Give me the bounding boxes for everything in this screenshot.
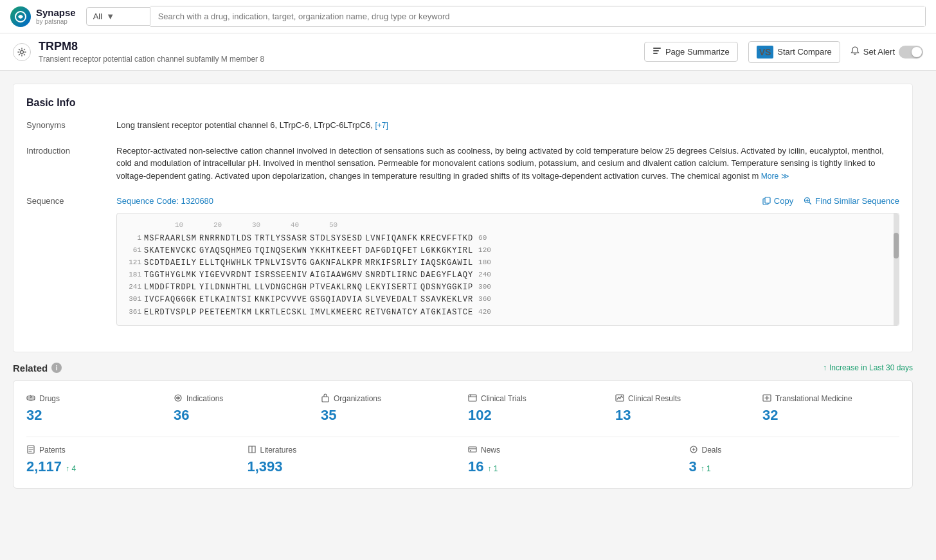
page-header: TRPM8 Transient receptor potential catio… — [0, 33, 936, 71]
patents-badge: ↑ 4 — [66, 464, 76, 473]
organizations-count[interactable]: 35 — [321, 407, 458, 424]
scroll-indicator — [894, 213, 899, 325]
translational-medicine-label: Translational Medicine — [775, 394, 852, 403]
clinical-results-icon — [615, 393, 624, 404]
clinical-results-count[interactable]: 13 — [615, 407, 752, 424]
svg-rect-16 — [469, 447, 476, 452]
drugs-count[interactable]: 32 — [26, 407, 163, 424]
svg-rect-2 — [653, 48, 661, 49]
news-count[interactable]: 16 — [468, 458, 483, 475]
deals-count[interactable]: 3 — [689, 458, 697, 475]
svg-point-10 — [177, 397, 179, 399]
set-alert-toggle[interactable] — [899, 46, 923, 59]
basic-info-title: Basic Info — [26, 97, 899, 109]
summarize-icon — [652, 46, 662, 57]
sequence-label: Sequence — [26, 195, 116, 326]
seq-line-3: 121SCDTDAEILY ELLTQHWHLK TPNLVISVTG GAKN… — [123, 257, 892, 269]
svg-point-17 — [470, 450, 471, 451]
set-alert-label: Set Alert — [863, 47, 895, 57]
news-badge: ↑ 1 — [487, 464, 498, 473]
chevron-down-icon: ▼ — [106, 12, 114, 21]
svg-rect-4 — [653, 53, 658, 54]
find-similar-button[interactable]: Find Similar Sequence — [804, 196, 899, 206]
logo-area[interactable]: Synapse by patsnap — [10, 6, 76, 27]
page-subtitle: Transient receptor potential cation chan… — [39, 55, 264, 64]
clinical-trials-label: Clinical Trials — [481, 394, 526, 403]
sequence-header: Sequence Code: 1320680 Copy Find Similar… — [116, 195, 899, 208]
related-item-literatures: Literatures 1,393 — [248, 445, 458, 475]
seq-line-1: 1MSFRAARLSM RNRRNDTLDS TRTLYSSASR STDLSY… — [123, 233, 892, 245]
related-info-icon[interactable]: i — [51, 363, 62, 373]
drugs-icon — [26, 393, 35, 404]
page-summarize-button[interactable]: Page Summarize — [644, 42, 738, 62]
patents-icon — [26, 445, 35, 456]
related-item-clinical-trials: Clinical Trials 102 — [468, 393, 605, 424]
related-item-drugs: Drugs 32 — [26, 393, 163, 424]
sequence-row: Sequence Sequence Code: 1320680 Copy Fin… — [26, 195, 899, 326]
sequence-code-link[interactable]: Sequence Code: 1320680 — [116, 195, 213, 208]
sequence-actions: Copy Find Similar Sequence — [762, 196, 899, 206]
search-category-dropdown[interactable]: All ▼ — [86, 7, 150, 26]
logo-icon — [10, 6, 31, 27]
search-input[interactable] — [150, 6, 925, 26]
page-title: TRPM8 — [39, 40, 264, 53]
related-title: Related i — [13, 363, 62, 374]
indications-count[interactable]: 36 — [174, 407, 310, 424]
main-content: Basic Info Synonyms Long transient recep… — [0, 71, 926, 501]
related-section: Related i ↑ Increase in Last 30 days Dru… — [13, 363, 913, 489]
scroll-thumb — [894, 233, 899, 258]
related-item-patents: Patents 2,117 ↑ 4 — [26, 445, 237, 475]
literatures-icon — [248, 445, 256, 456]
settings-icon[interactable] — [13, 43, 31, 61]
compare-icon: VS — [757, 46, 774, 59]
search-input-wrap — [150, 6, 926, 27]
start-compare-button[interactable]: VS Start Compare — [748, 41, 840, 63]
page-title-block: TRPM8 Transient receptor potential catio… — [39, 40, 264, 64]
seq-line-6: 301IVCFAQGGGK ETLKAINTSI KNKIPCVVVE GSGQ… — [123, 294, 892, 306]
arrow-up-icon: ↑ — [823, 363, 827, 372]
literatures-count[interactable]: 1,393 — [248, 458, 458, 475]
news-label: News — [481, 446, 500, 455]
svg-rect-11 — [322, 397, 328, 402]
more-link[interactable]: More ≫ — [761, 172, 789, 181]
seq-line-2: 61SKATENVCKC GYAQSQHMEG TQINQSEKWN YKKHT… — [123, 245, 892, 257]
copy-icon — [762, 197, 771, 205]
literatures-label: Literatures — [260, 446, 297, 455]
patents-label: Patents — [39, 446, 66, 455]
set-alert-wrap: Set Alert — [851, 46, 923, 59]
clinical-trials-count[interactable]: 102 — [468, 407, 605, 424]
related-grid-row2: Patents 2,117 ↑ 4 Literatures 1 — [26, 445, 899, 475]
deals-icon — [689, 445, 698, 456]
synonyms-more-link[interactable]: [+7] — [375, 121, 388, 130]
organizations-icon — [321, 393, 330, 404]
seq-line-7: 361ELRDTVSPLP PEETEEMTKM LKRTLECSKL IMVL… — [123, 307, 892, 319]
patents-count[interactable]: 2,117 — [26, 458, 62, 475]
start-compare-label: Start Compare — [777, 47, 832, 57]
related-item-organizations: Organizations 35 — [321, 393, 458, 424]
logo-sub: by patsnap — [36, 18, 76, 25]
synonyms-row: Synonyms Long transient receptor potenti… — [26, 119, 899, 132]
related-card: Drugs 32 Indications 36 — [13, 380, 913, 489]
synonyms-value: Long transient receptor potential channe… — [116, 119, 899, 132]
drugs-label: Drugs — [39, 394, 60, 403]
related-item-news: News 16 ↑ 1 — [468, 445, 679, 475]
sequence-value: Sequence Code: 1320680 Copy Find Similar… — [116, 195, 899, 326]
svg-point-1 — [21, 50, 24, 53]
sequence-box[interactable]: 10 20 30 40 50 1MSFRAARLSM RNRRNDTLDS TR… — [116, 213, 899, 326]
clinical-trials-icon — [468, 393, 477, 404]
find-similar-icon — [804, 197, 812, 205]
page-header-left: TRPM8 Transient receptor potential catio… — [13, 40, 264, 64]
indications-label: Indications — [186, 394, 223, 403]
related-header: Related i ↑ Increase in Last 30 days — [13, 363, 913, 374]
seq-line-5: 241LMDDFTRDPL YILDNNHTHL LLVDNGCHGH PTVE… — [123, 282, 892, 294]
increase-label: ↑ Increase in Last 30 days — [823, 363, 913, 372]
translational-medicine-count[interactable]: 32 — [762, 407, 899, 424]
copy-button[interactable]: Copy — [762, 196, 793, 206]
synonyms-label: Synonyms — [26, 119, 116, 132]
top-navigation: Synapse by patsnap All ▼ — [0, 0, 936, 33]
svg-rect-12 — [469, 395, 476, 401]
organizations-label: Organizations — [334, 394, 381, 403]
dropdown-label: All — [93, 12, 102, 21]
related-item-translational-medicine: Translational Medicine 32 — [762, 393, 899, 424]
seq-line-4: 181TGGTHYGLMK YIGEVVRDNT ISRSSEENIV AIGI… — [123, 269, 892, 282]
